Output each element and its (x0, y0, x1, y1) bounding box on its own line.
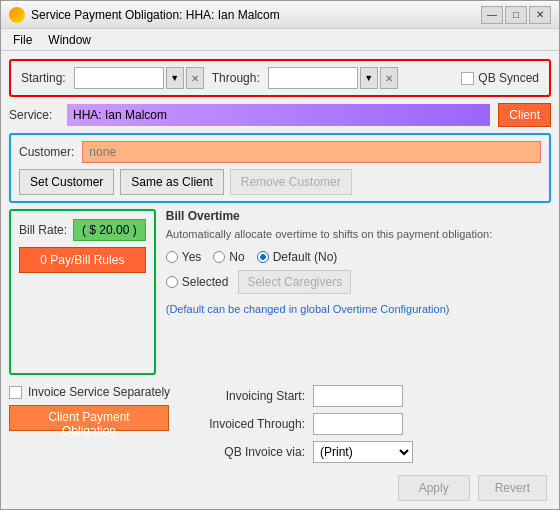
invoice-separately-checkbox[interactable] (9, 386, 22, 399)
app-icon (9, 7, 25, 23)
starting-input-wrap: ▼ ✕ (74, 67, 204, 89)
menu-bar: File Window (1, 29, 559, 51)
through-input-wrap: ▼ ✕ (268, 67, 398, 89)
customer-row: Customer: (19, 141, 541, 163)
through-clear-button[interactable]: ✕ (380, 67, 398, 89)
starting-clear-button[interactable]: ✕ (186, 67, 204, 89)
set-customer-button[interactable]: Set Customer (19, 169, 114, 195)
overtime-note: (Default can be changed in global Overti… (166, 302, 551, 317)
qb-invoice-select[interactable]: (Print) Email Both (313, 441, 413, 463)
starting-dropdown-button[interactable]: ▼ (166, 67, 184, 89)
date-section: Starting: ▼ ✕ Through: ▼ ✕ QB Synced (9, 59, 551, 97)
radio-default-label: Default (No) (273, 250, 338, 264)
left-bottom: Invoice Service Separately Client Paymen… (9, 385, 189, 465)
window-title: Service Payment Obligation: HHA: Ian Mal… (31, 8, 481, 22)
radio-yes[interactable] (166, 251, 178, 263)
radio-selected-label: Selected (182, 275, 229, 289)
radio-selected[interactable] (166, 276, 178, 288)
radio-no[interactable] (213, 251, 225, 263)
select-caregivers-button: Select Caregivers (238, 270, 351, 294)
bill-rate-row: Bill Rate: ( $ 20.00 ) (19, 219, 146, 241)
invoiced-through-row: Invoiced Through: (205, 413, 551, 435)
starting-label: Starting: (21, 71, 66, 85)
radio-selected-item[interactable]: Selected (166, 275, 229, 289)
selected-row: Selected Select Caregivers (166, 270, 551, 294)
title-bar-buttons: — □ ✕ (481, 6, 551, 24)
menu-window[interactable]: Window (40, 31, 99, 49)
bill-rate-label: Bill Rate: (19, 223, 67, 237)
revert-button: Revert (478, 475, 547, 501)
close-button[interactable]: ✕ (529, 6, 551, 24)
overtime-section: Bill Overtime Automatically allocate ove… (166, 209, 551, 375)
right-bottom: Invoicing Start: Invoiced Through: QB In… (205, 385, 551, 465)
minimize-button[interactable]: — (481, 6, 503, 24)
main-window: Service Payment Obligation: HHA: Ian Mal… (0, 0, 560, 510)
bottom-section: Invoice Service Separately Client Paymen… (9, 385, 551, 465)
invoicing-start-input[interactable] (313, 385, 403, 407)
customer-input[interactable] (82, 141, 541, 163)
same-as-client-button[interactable]: Same as Client (120, 169, 223, 195)
qb-invoice-label: QB Invoice via: (205, 445, 305, 459)
menu-file[interactable]: File (5, 31, 40, 49)
pay-bill-rules-button[interactable]: 0 Pay/Bill Rules (19, 247, 146, 273)
radio-default[interactable] (257, 251, 269, 263)
overtime-radio-row: Yes No Default (No) (166, 250, 551, 264)
invoicing-start-row: Invoicing Start: (205, 385, 551, 407)
qb-synced-wrap: QB Synced (461, 71, 539, 85)
qb-invoice-row: QB Invoice via: (Print) Email Both (205, 441, 551, 463)
title-bar: Service Payment Obligation: HHA: Ian Mal… (1, 1, 559, 29)
invoiced-through-input[interactable] (313, 413, 403, 435)
radio-default-item[interactable]: Default (No) (257, 250, 338, 264)
customer-buttons: Set Customer Same as Client Remove Custo… (19, 169, 541, 195)
remove-customer-button: Remove Customer (230, 169, 352, 195)
service-label: Service: (9, 108, 59, 122)
qb-synced-checkbox[interactable] (461, 72, 474, 85)
through-label: Through: (212, 71, 260, 85)
invoice-checkbox-row: Invoice Service Separately (9, 385, 189, 399)
radio-no-item[interactable]: No (213, 250, 244, 264)
radio-no-label: No (229, 250, 244, 264)
through-input[interactable] (268, 67, 358, 89)
invoice-separately-label: Invoice Service Separately (28, 385, 170, 399)
starting-input[interactable] (74, 67, 164, 89)
radio-yes-label: Yes (182, 250, 202, 264)
through-dropdown-button[interactable]: ▼ (360, 67, 378, 89)
service-row: Service: HHA: Ian Malcom Client (9, 103, 551, 127)
customer-label: Customer: (19, 145, 74, 159)
radio-yes-item[interactable]: Yes (166, 250, 202, 264)
footer-row: Apply Revert (9, 475, 551, 501)
customer-section: Customer: Set Customer Same as Client Re… (9, 133, 551, 203)
invoiced-through-label: Invoiced Through: (205, 417, 305, 431)
client-payment-button[interactable]: Client Payment Obligation (9, 405, 169, 431)
apply-button: Apply (398, 475, 470, 501)
main-row: Bill Rate: ( $ 20.00 ) 0 Pay/Bill Rules … (9, 209, 551, 375)
maximize-button[interactable]: □ (505, 6, 527, 24)
qb-synced-label: QB Synced (478, 71, 539, 85)
bill-rate-value: ( $ 20.00 ) (73, 219, 146, 241)
invoicing-start-label: Invoicing Start: (205, 389, 305, 403)
client-button[interactable]: Client (498, 103, 551, 127)
bill-section: Bill Rate: ( $ 20.00 ) 0 Pay/Bill Rules (9, 209, 156, 375)
overtime-description: Automatically allocate overtime to shift… (166, 227, 551, 242)
overtime-title: Bill Overtime (166, 209, 551, 223)
service-value: HHA: Ian Malcom (67, 104, 490, 126)
content-area: Starting: ▼ ✕ Through: ▼ ✕ QB Synced Ser… (1, 51, 559, 509)
